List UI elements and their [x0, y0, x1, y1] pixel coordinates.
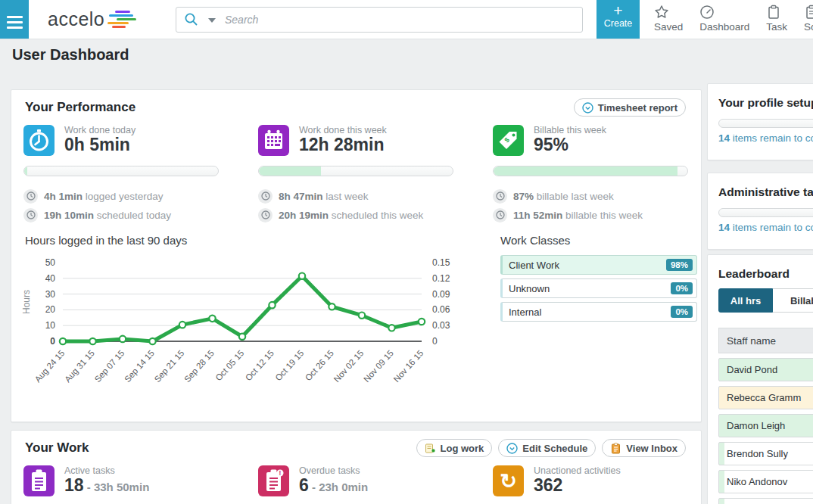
admin-tasks-card: Administrative tasks 14 items remain to …: [707, 173, 813, 250]
tag-icon: $: [493, 125, 524, 156]
profile-setup-card: Your profile setup 14 items remain to co…: [707, 83, 813, 160]
svg-text:Sep 21 15: Sep 21 15: [152, 348, 185, 384]
nav-item-dashboard[interactable]: Dashboard: [691, 0, 758, 39]
svg-text:0.06: 0.06: [432, 304, 450, 315]
clock-icon: [258, 208, 273, 222]
brand-mark-icon: [104, 11, 136, 29]
percent-badge: 98%: [666, 259, 693, 271]
svg-text:Nov 16 15: Nov 16 15: [391, 348, 425, 384]
brand-logo[interactable]: accelo: [48, 8, 104, 30]
gauge-icon: [699, 5, 749, 21]
your-work-title: Your Work: [25, 440, 89, 456]
hamburger-bars: [7, 13, 23, 32]
svg-text:10: 10: [45, 320, 56, 331]
tab-billable[interactable]: Billable: [773, 288, 813, 313]
log-work-button[interactable]: Log work: [416, 439, 493, 457]
leaderboard-column-header: Staff name: [718, 328, 813, 353]
tab-all-hrs[interactable]: All hrs: [718, 288, 773, 313]
edit-schedule-button[interactable]: Edit Schedule: [498, 439, 596, 457]
performance-title: Your Performance: [25, 100, 136, 115]
svg-text:Sep 07 15: Sep 07 15: [92, 348, 126, 384]
leaderboard-row-5[interactable]: Karina Kurt: [718, 498, 813, 504]
admin-tasks-title: Administrative tasks: [718, 185, 813, 199]
metric-note: 4h 1min logged yesterday: [23, 188, 164, 204]
svg-text:50: 50: [45, 257, 56, 268]
top-nav: Saved Dashboard Task Schedule: [646, 0, 813, 39]
search-input[interactable]: [223, 11, 559, 29]
metric-note: 87% billable last week: [493, 188, 614, 204]
leaderboard-row-1[interactable]: Rebecca Gramm: [718, 386, 813, 409]
items-remaining-link[interactable]: 14 items remain to complete: [718, 132, 813, 144]
progress-bar: [493, 166, 688, 176]
work-classes-list: Client Work 98% Unknown 0% Internal 0%: [500, 255, 697, 325]
clipboard-alert-icon: !: [258, 465, 289, 496]
clock-icon: [258, 189, 273, 204]
svg-text:40: 40: [45, 273, 56, 284]
nav-item-schedule[interactable]: Schedule: [796, 0, 813, 39]
nav-item-saved[interactable]: Saved: [646, 0, 691, 39]
svg-text:Nov 02 15: Nov 02 15: [332, 348, 365, 384]
leaderboard-row-4[interactable]: Niko Andonov: [718, 470, 813, 493]
menu-icon[interactable]: [0, 0, 29, 39]
clock-icon: [493, 189, 507, 204]
leaderboard-row-3[interactable]: Brendon Sully: [718, 442, 813, 465]
metric-note: 19h 10min scheduled today: [23, 207, 171, 222]
inbox-icon: [610, 443, 621, 454]
metric-note: 20h 19min scheduled this week: [258, 207, 423, 222]
svg-text:30: 30: [45, 289, 56, 300]
svg-text:Aug 31 15: Aug 31 15: [63, 348, 96, 384]
calendar-icon: [258, 125, 289, 156]
star-icon: [654, 5, 683, 21]
progress-bar: [258, 166, 453, 176]
progress-bar: [718, 119, 813, 128]
svg-text:Sep 14 15: Sep 14 15: [123, 348, 156, 384]
progress-bar: [718, 208, 813, 217]
work-class-row[interactable]: Client Work 98%: [500, 255, 697, 275]
metric-note: 8h 47min last week: [258, 188, 369, 204]
svg-text:0: 0: [50, 336, 55, 347]
svg-text:Oct 19 15: Oct 19 15: [273, 348, 305, 382]
clipboard-icon: [766, 5, 787, 21]
hours-line-chart: 0102030405000.030.060.090.120.15HoursAug…: [19, 250, 488, 402]
percent-badge: 0%: [671, 306, 693, 318]
items-remaining-link[interactable]: 14 items remain to complete: [718, 222, 813, 233]
work-classes-title: Work Classes: [500, 234, 570, 247]
search-scope-caret-icon[interactable]: [208, 18, 216, 23]
search-icon[interactable]: [184, 12, 199, 27]
work-class-row[interactable]: Unknown 0%: [500, 278, 697, 298]
work-class-row[interactable]: Internal 0%: [500, 302, 697, 322]
clock-down-icon: [582, 102, 593, 114]
leaderboard-rows: David Pond Rebecca Gramm Damon Leigh Bre…: [718, 358, 813, 504]
clipboard-icon: [804, 5, 813, 21]
chart-title: Hours logged in the last 90 days: [25, 234, 187, 247]
percent-badge: 0%: [671, 282, 693, 294]
svg-text:0.09: 0.09: [432, 289, 450, 300]
sync-icon: ↻: [493, 465, 524, 496]
metric-note: 11h 52min billable this week: [493, 207, 643, 222]
progress-bar: [23, 166, 219, 176]
timesheet-report-button[interactable]: Timesheet report: [574, 98, 686, 117]
search-box: [176, 7, 583, 33]
leaderboard-tabs: All hrs Billable: [718, 288, 813, 313]
svg-text:0.15: 0.15: [432, 257, 450, 268]
performance-card: Your Performance Timesheet report Work d…: [11, 89, 702, 422]
svg-text:0.12: 0.12: [432, 273, 450, 284]
svg-text:20: 20: [45, 304, 56, 315]
log-work-icon: [425, 443, 436, 454]
clock-icon: [23, 208, 38, 222]
svg-text:Oct 05 15: Oct 05 15: [213, 348, 245, 382]
clock-icon: [493, 208, 507, 222]
leaderboard-card: Leaderboard All hrs Billable Staff name …: [707, 254, 813, 504]
your-work-buttons: Log work Edit Schedule View Inbox: [416, 439, 686, 457]
nav-item-task[interactable]: Task: [758, 0, 796, 39]
svg-text:Hours: Hours: [21, 290, 32, 314]
leaderboard-row-0[interactable]: David Pond: [718, 358, 813, 381]
create-button[interactable]: + Create: [597, 0, 640, 39]
leaderboard-row-2[interactable]: Damon Leigh: [718, 414, 813, 437]
svg-text:Aug 24 15: Aug 24 15: [33, 348, 66, 384]
view-inbox-button[interactable]: View Inbox: [602, 439, 686, 457]
leaderboard-title: Leaderboard: [718, 267, 790, 281]
page-title: User Dashboard: [12, 46, 129, 64]
your-work-card: Your Work Log work Edit Schedule View In…: [11, 430, 702, 504]
svg-text:0.03: 0.03: [432, 320, 450, 331]
